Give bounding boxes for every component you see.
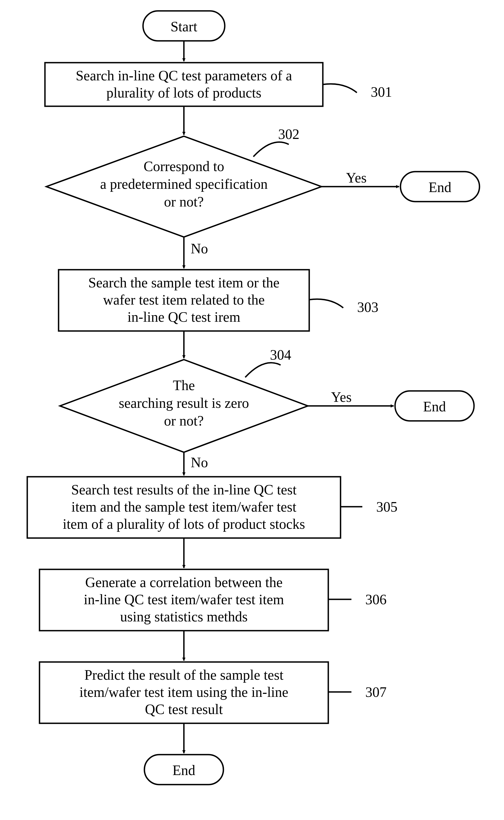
decision-302: Correspond to a predetermined specificat…: [46, 136, 321, 237]
dec-302-line3: or not?: [164, 194, 204, 209]
start-label: Start: [171, 19, 198, 34]
end-302-label: End: [429, 180, 451, 195]
flowchart-svg: Start Search in-line QC test parameters …: [0, 0, 504, 820]
step-307: Predict the result of the sample test it…: [40, 662, 328, 723]
step-305-line3: item of a plurality of lots of product s…: [63, 516, 305, 532]
dec-304-line3: or not?: [164, 413, 204, 429]
dec-304-line2: searching result is zero: [119, 395, 249, 411]
ref-302: 302: [278, 126, 299, 142]
step-306: Generate a correlation between the in-li…: [40, 569, 328, 631]
step-306-line2: in-line QC test item/wafer test item: [84, 592, 284, 607]
step-306-line1: Generate a correlation between the: [85, 575, 283, 590]
ref-306: 306: [365, 592, 387, 607]
start-terminator: Start: [143, 11, 225, 41]
step-305-line2: item and the sample test item/wafer test: [71, 499, 297, 515]
step-303-line1: Search the sample test item or the: [88, 275, 280, 290]
ref-304: 304: [270, 347, 291, 363]
step-306-line3: using statistics methds: [120, 609, 248, 624]
step-303-line2: wafer test item related to the: [103, 292, 265, 308]
step-301: Search in-line QC test parameters of a p…: [45, 63, 323, 106]
ref-305: 305: [376, 499, 397, 515]
end-302-terminator: End: [400, 172, 479, 202]
step-305: Search test results of the in-line QC te…: [27, 477, 341, 538]
step-307-line1: Predict the result of the sample test: [84, 667, 284, 683]
ref-301: 301: [371, 84, 392, 100]
end-304-terminator: End: [395, 391, 474, 421]
step-307-line2: item/wafer test item using the in-line: [80, 684, 289, 700]
step-305-line1: Search test results of the in-line QC te…: [71, 482, 297, 497]
ref-307: 307: [365, 684, 387, 700]
step-301-line1: Search in-line QC test parameters of a: [76, 68, 292, 83]
end-final-label: End: [172, 763, 195, 778]
step-303-line3: in-line QC test irem: [127, 309, 240, 325]
step-301-line2: plurality of lots of products: [106, 85, 261, 101]
dec-304-line1: The: [173, 378, 195, 393]
decision-304: The searching result is zero or not?: [60, 360, 308, 452]
dec-304-no: No: [191, 455, 208, 470]
end-304-label: End: [423, 399, 446, 414]
dec-302-line1: Correspond to: [144, 159, 224, 174]
dec-302-no: No: [191, 241, 208, 256]
ref-303: 303: [357, 299, 378, 315]
step-303: Search the sample test item or the wafer…: [59, 270, 309, 331]
step-307-line3: QC test result: [145, 701, 223, 717]
dec-302-line2: a predetermined specification: [100, 176, 268, 192]
end-final-terminator: End: [144, 755, 223, 785]
dec-304-yes: Yes: [331, 389, 352, 405]
dec-302-yes: Yes: [346, 170, 367, 186]
